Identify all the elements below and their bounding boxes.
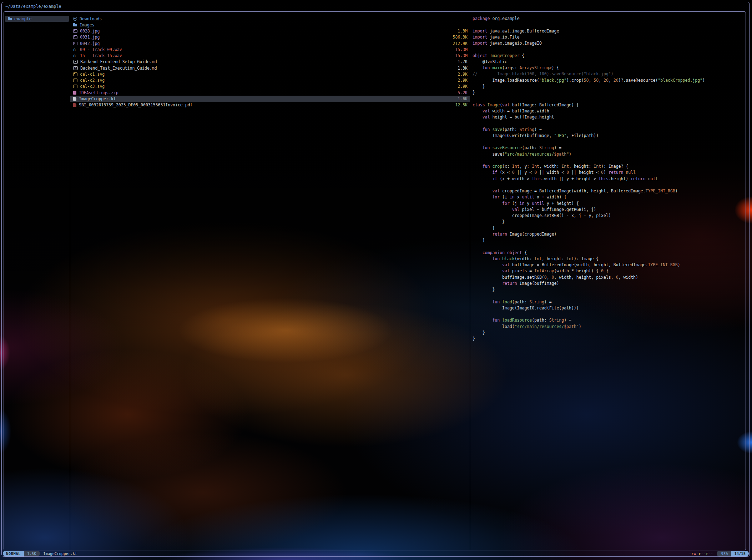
image-icon	[73, 42, 77, 45]
status-filename: ImageCropper.kt	[43, 551, 77, 556]
code-line	[473, 22, 746, 28]
code-line: fun main(args: Array<String>) {	[473, 65, 746, 71]
code-line: val width = buffImage.width	[473, 108, 746, 114]
file-row[interactable]: ∩15 - Track 15.wav15.3M	[70, 53, 470, 59]
current-directory-pane: DownloadsImages0028.jpg1.3M0031.jpg586.3…	[70, 12, 470, 550]
code-line: }	[473, 84, 746, 90]
file-row[interactable]: Images	[70, 22, 470, 28]
cursor-position: 14/15	[731, 551, 749, 556]
file-row[interactable]: Backend_Frontend_Setup_Guide.md1.7K	[70, 59, 470, 65]
file-name: 0028.jpg	[80, 29, 100, 34]
file-name: 0042.jpg	[80, 41, 100, 46]
file-size: 1.6K	[458, 96, 468, 101]
file-permissions: -rw-r--r--	[689, 551, 713, 556]
code-line: @JvmStatic	[473, 59, 746, 65]
folder-icon	[8, 18, 12, 20]
markdown-icon	[73, 66, 78, 70]
desktop: { "window": { "title": "~/Data/example/e…	[0, 0, 752, 560]
code-line: companion object {	[473, 250, 746, 256]
code-line: val pixels = IntArray(width * height) { …	[473, 268, 746, 274]
code-line: val pixel = buffImage.getRGB(i, j)	[473, 207, 746, 213]
file-name: ImageCropper.kt	[79, 96, 116, 101]
code-line: fun save(path: String) =	[473, 127, 746, 133]
code-preview: package org.example import java.awt.imag…	[470, 16, 746, 342]
file-name: cal-c3.svg	[80, 84, 105, 89]
scroll-percent: 93%	[717, 551, 731, 556]
code-line: val croppedImage = BufferedImage(width, …	[473, 188, 746, 194]
file-row[interactable]: 0031.jpg586.3K	[70, 34, 470, 40]
code-line: }	[473, 219, 746, 225]
code-line	[473, 182, 746, 188]
directory-name: example	[14, 16, 31, 21]
code-line: return Image(croppedImage)	[473, 231, 746, 237]
file-name: cal-c1.svg	[80, 72, 105, 77]
file-row[interactable]: cal-c3.svg2.9K	[70, 84, 470, 90]
code-line: }	[473, 330, 746, 336]
mode-pill: NORMAL 1.6K	[3, 551, 40, 556]
code-line: }	[473, 90, 746, 96]
code-line: val height = buffImage.height	[473, 114, 746, 120]
file-row[interactable]: cal-c1.svg2.9K	[70, 71, 470, 77]
file-row[interactable]: SBI_0032013739_2023_DE05_0003155631Invoi…	[70, 102, 470, 108]
file-size: 1.3M	[458, 29, 468, 34]
audio-icon: ∩	[73, 54, 77, 57]
file-row[interactable]: ImageCropper.kt1.6K	[70, 96, 470, 102]
code-line: import java.io.File	[473, 34, 746, 40]
code-line: fun load(path: String) =	[473, 299, 746, 305]
mode-indicator: NORMAL	[3, 551, 24, 556]
code-line: import java.awt.image.BufferedImage	[473, 28, 746, 34]
code-line	[473, 120, 746, 126]
file-name: Backend_Frontend_Setup_Guide.md	[80, 59, 157, 64]
file-row[interactable]: Backend_Test_Execution_Guide.md1.3K	[70, 65, 470, 71]
code-line: fun crop(x: Int, y: Int, width: Int, hei…	[473, 163, 746, 170]
file-name: cal-c2.svg	[80, 78, 105, 83]
status-bar: NORMAL 1.6K ImageCropper.kt -rw-r--r-- 9…	[3, 550, 749, 556]
svg-image-icon	[73, 85, 77, 88]
file-row[interactable]: 0028.jpg1.3M	[70, 28, 470, 34]
audio-icon: ∩	[73, 48, 77, 51]
code-line: class Image(val buffImage: BufferedImage…	[473, 102, 746, 108]
status-right: -rw-r--r-- 93% 14/15	[689, 551, 749, 556]
code-line: fun saveResource(path: String) =	[473, 145, 746, 151]
file-name: Images	[80, 22, 95, 27]
code-line: if (x + width > this.width || y + height…	[473, 176, 746, 182]
code-line	[473, 139, 746, 145]
code-line: object ImageCropper {	[473, 53, 746, 59]
file-size: 586.3K	[453, 35, 468, 40]
code-line: package org.example	[473, 16, 746, 22]
code-line	[473, 243, 746, 249]
file-row[interactable]: cal-c2.svg2.9K	[70, 77, 470, 84]
file-row[interactable]: Downloads	[70, 16, 470, 22]
file-name: 0031.jpg	[80, 35, 100, 40]
file-size-indicator: 1.6K	[24, 551, 40, 556]
file-row[interactable]: 0042.jpg212.9K	[70, 40, 470, 46]
pane-divider	[70, 12, 70, 550]
file-row[interactable]: IDEAsettings.zip5.2K	[70, 90, 470, 96]
file-name: 15 - Track 15.wav	[80, 53, 122, 58]
code-line: }	[473, 287, 746, 293]
pane-divider	[470, 12, 470, 550]
file-row[interactable]: ∩09 - Track 09.wav15.3M	[70, 46, 470, 52]
code-line: Image(ImageIO.read(File(path)))	[473, 305, 746, 311]
file-size: 2.9K	[458, 84, 468, 89]
code-line: val buffImage = BufferedImage(width, hei…	[473, 262, 746, 268]
file-name: Downloads	[80, 16, 102, 21]
svg-image-icon	[73, 72, 77, 76]
code-line: buffImage.setRGB(0, 0, width, height, pi…	[473, 274, 746, 281]
file-name: SBI_0032013739_2023_DE05_0003155631Invoi…	[79, 102, 193, 107]
code-line: for (i in x until x + width) {	[473, 194, 746, 200]
download-folder-icon	[73, 17, 77, 21]
code-line: save("src/main/resources/$path")	[473, 151, 746, 157]
image-icon	[73, 35, 77, 39]
code-line	[473, 157, 746, 163]
code-line: }	[473, 237, 746, 243]
code-line: Image.loadResource("black.jpg").crop(50,…	[473, 77, 746, 84]
pdf-icon	[73, 103, 76, 107]
code-line: fun black(width: Int, height: Int): Imag…	[473, 256, 746, 262]
parent-directory-item[interactable]: example	[5, 16, 69, 22]
code-line: // Image.black(100, 100).saveResource("b…	[473, 71, 746, 77]
file-size: 2.9K	[458, 72, 468, 77]
position-pill: 93% 14/15	[717, 551, 749, 556]
code-line	[473, 46, 746, 52]
file-size: 5.2K	[458, 90, 468, 95]
